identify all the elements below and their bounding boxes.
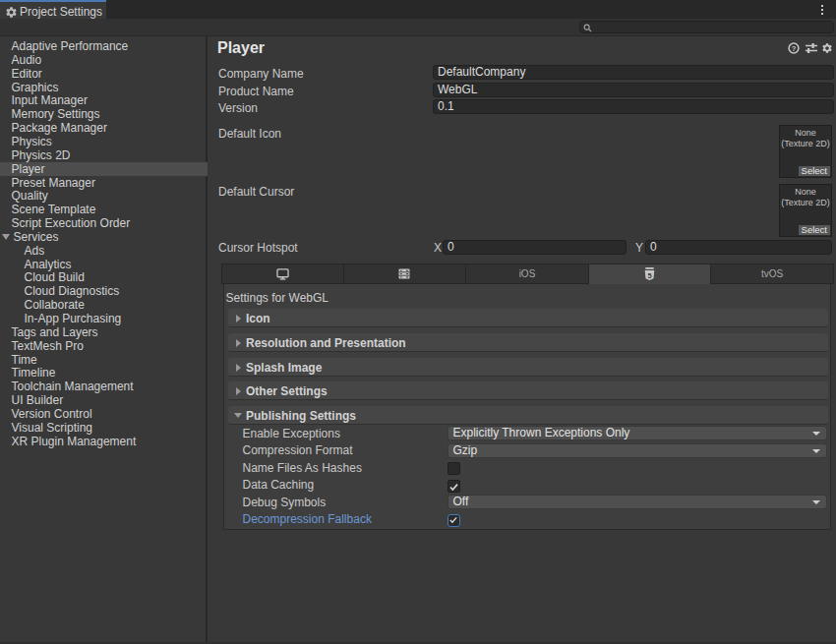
svg-text:?: ? (792, 44, 797, 53)
svg-text:5: 5 (648, 271, 652, 280)
